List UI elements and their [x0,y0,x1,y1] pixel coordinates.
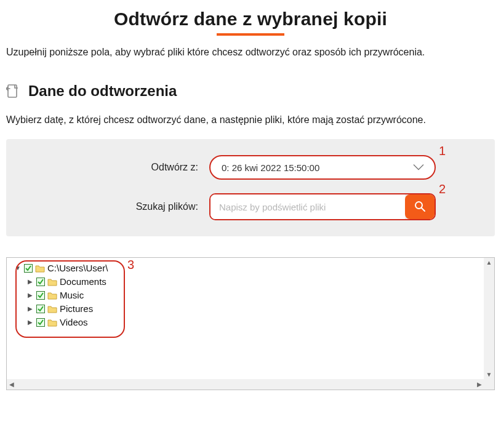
tree-checkbox[interactable] [36,318,45,327]
disclosure-right-icon[interactable]: ▶ [26,275,34,289]
annotation-1: 1 [439,144,446,158]
disclosure-down-icon[interactable]: ▼ [14,262,22,275]
folder-icon [47,318,57,327]
disclosure-right-icon[interactable]: ▶ [26,302,34,316]
tree-child-row[interactable]: ▶ Documents [10,275,480,289]
tree-checkbox[interactable] [24,264,33,273]
restore-icon [6,83,20,99]
svg-line-2 [422,208,425,211]
page-title: Odtwórz dane z wybranej kopii [6,9,495,30]
chevron-down-icon [412,162,425,173]
restore-from-value: 0: 26 kwi 2022 15:50:00 [222,162,319,173]
scroll-down-icon[interactable]: ▼ [484,370,494,379]
scroll-right-icon[interactable]: ▶ [475,380,484,389]
annotation-3: 3 [127,258,134,272]
tree-root-row[interactable]: ▼ C:\Users\User\ [10,262,480,275]
tree-checkbox[interactable] [36,291,45,300]
svg-rect-0 [8,85,17,97]
restore-from-select[interactable]: 0: 26 kwi 2022 15:50:00 [209,155,436,180]
tree-child-row[interactable]: ▶ Music [10,289,480,302]
scroll-corner [484,379,494,390]
annotation-2: 2 [439,182,446,196]
disclosure-right-icon[interactable]: ▶ [26,289,34,302]
tree-node-label: C:\Users\User\ [47,262,108,275]
scroll-up-icon[interactable]: ▲ [484,258,494,267]
section-instructions: Wybierz datę, z której chcesz odtworzyć … [6,114,495,126]
tree-node-label: Pictures [60,302,93,316]
search-button[interactable] [405,194,435,219]
form-panel: Odtwórz z: 0: 26 kwi 2022 15:50:00 1 Szu… [6,139,495,236]
search-icon [414,200,426,214]
folder-icon [47,278,57,286]
tree-child-row[interactable]: ▶ Pictures [10,302,480,316]
section-header: Dane do odtworzenia [6,82,495,100]
scrollbar-horizontal[interactable]: ◀ ▶ [7,379,484,390]
scroll-left-icon[interactable]: ◀ [7,380,16,389]
search-label: Szukaj plików: [25,201,209,212]
tree-node-label: Documents [60,275,106,289]
tree-checkbox[interactable] [36,278,45,286]
disclosure-right-icon[interactable]: ▶ [26,316,34,329]
tree-node-label: Videos [60,316,88,329]
tree-child-row[interactable]: ▶ Videos [10,316,480,329]
tree-node-label: Music [60,289,84,302]
folder-icon [35,264,45,273]
section-title: Dane do odtworzenia [28,82,177,100]
search-input[interactable] [210,194,405,219]
restore-from-label: Odtwórz z: [25,162,209,173]
scrollbar-vertical[interactable]: ▲ ▼ [484,258,494,379]
folder-icon [47,305,57,313]
file-tree: 3 ▼ C:\Users\User\ [6,257,495,390]
folder-icon [47,291,57,300]
page-instructions: Uzupełnij poniższe pola, aby wybrać plik… [6,47,495,58]
title-underline [217,33,284,36]
tree-checkbox[interactable] [36,305,45,313]
